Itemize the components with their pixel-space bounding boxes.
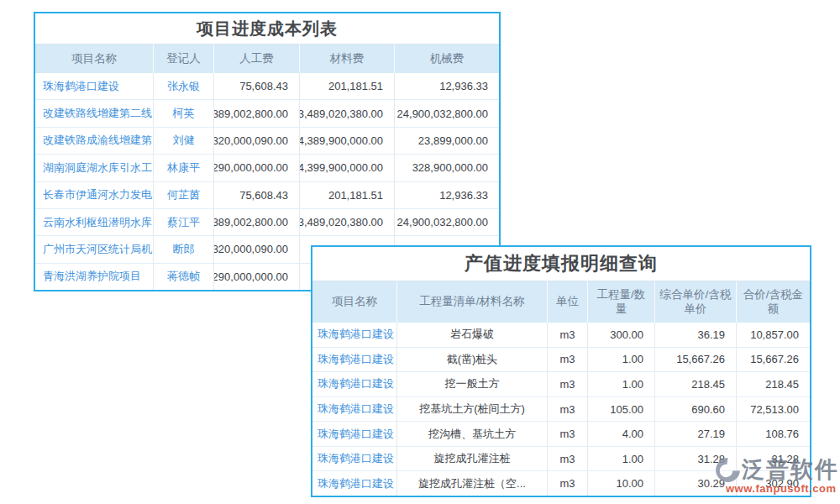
table-row[interactable]: 珠海鹤港口建设张永银75,608.43201,181.5112,936.33: [35, 73, 499, 100]
table-row[interactable]: 长春市伊通河水力发电...何芷茵75,608.43201,181.5112,93…: [35, 182, 499, 209]
cell-value: 挖一般土方: [397, 372, 548, 396]
cell-link[interactable]: 珠海鹤港口建设: [312, 323, 397, 347]
cell-link[interactable]: 珠海鹤港口建设: [312, 447, 397, 471]
cell-link[interactable]: 珠海鹤港口建设: [312, 348, 397, 372]
cell-value: 108.76: [737, 422, 810, 446]
cell-value: 690.60: [655, 397, 737, 422]
table-row[interactable]: 珠海鹤港口建设挖一般土方m31.00218.45218.45: [312, 372, 810, 397]
cell-value: 218.45: [655, 372, 737, 396]
cell-value: 旋挖成孔灌注桩（空...: [397, 471, 548, 496]
cell-link[interactable]: 蒋德帧: [154, 264, 214, 290]
cell-value: 218.45: [737, 372, 810, 396]
table-row[interactable]: 珠海鹤港口建设挖基坑土方(桩间土方)m3105.00690.6072,513.0…: [312, 397, 810, 423]
column-header: 综合单价/含税单价: [655, 281, 737, 323]
cell-value: 75,608.43: [214, 73, 300, 99]
cell-value: 4.00: [588, 422, 655, 446]
column-header: 材料费: [300, 45, 395, 73]
table-row[interactable]: 云南水利枢纽潜明水库...蔡江平389,002,800.003,489,020,…: [35, 209, 499, 236]
cell-value: m3: [548, 422, 588, 446]
cell-link[interactable]: 珠海鹤港口建设: [312, 422, 397, 446]
cell-link[interactable]: 云南水利枢纽潜明水库...: [35, 209, 154, 235]
cell-value: 1.00: [588, 372, 655, 396]
cell-value: 36.19: [655, 323, 737, 347]
cell-value: 4,389,900,000.00: [300, 128, 395, 154]
cell-value: 31.28: [737, 447, 810, 471]
column-header: 项目名称: [312, 281, 397, 323]
cell-value: 105.00: [588, 397, 655, 422]
cell-value: 旋挖成孔灌注桩: [397, 447, 548, 471]
cell-link[interactable]: 珠海鹤港口建设: [312, 372, 397, 396]
cell-link[interactable]: 张永银: [154, 73, 214, 99]
column-header: 项目名称: [35, 45, 154, 73]
cost-table-header: 项目名称登记人人工费材料费机械费: [35, 45, 499, 73]
column-header: 人工费: [214, 45, 300, 73]
output-window-title: 产值进度填报明细查询: [312, 247, 810, 281]
column-header: 单位: [548, 281, 588, 323]
cell-link[interactable]: 林康平: [154, 155, 214, 181]
cell-value: m3: [548, 323, 588, 347]
output-table-header: 项目名称工程量清单/材料名称单位工程量/数量综合单价/含税单价合价/含税金额: [312, 281, 810, 323]
cell-link[interactable]: 柯英: [154, 100, 214, 126]
table-row[interactable]: 湖南洞庭湖水库引水工...林康平4,290,000,000.004,399,90…: [35, 155, 499, 181]
cell-link[interactable]: 珠海鹤港口建设: [312, 471, 397, 496]
cell-link[interactable]: 刘健: [154, 128, 214, 154]
column-header: 合价/含税金额: [737, 281, 810, 323]
table-row[interactable]: 珠海鹤港口建设岩石爆破m3300.0036.1910,857.00: [312, 323, 810, 348]
cell-value: 挖基坑土方(桩间土方): [397, 397, 548, 422]
cell-link[interactable]: 湖南洞庭湖水库引水工...: [35, 155, 154, 181]
cell-value: 320,000,090.00: [214, 236, 300, 262]
cell-value: 389,002,800.00: [214, 209, 300, 235]
cell-link[interactable]: 断郎: [154, 236, 214, 262]
cell-value: 4,290,000,000.00: [214, 155, 300, 181]
cell-link[interactable]: 青海洪湖养护院项目: [35, 264, 154, 290]
cell-value: 10,857.00: [737, 323, 810, 347]
cell-link[interactable]: 改建铁路成渝线增建第...: [35, 128, 154, 154]
column-header: 机械费: [395, 45, 499, 73]
cell-value: 31.28: [655, 447, 737, 471]
table-row[interactable]: 珠海鹤港口建设截(凿)桩头m31.0015,667.2615,667.26: [312, 348, 810, 373]
output-value-query-window: 产值进度填报明细查询 项目名称工程量清单/材料名称单位工程量/数量综合单价/含税…: [311, 245, 811, 497]
cell-value: 4,290,000,000.00: [214, 264, 300, 290]
cell-value: 3,489,020,380.00: [300, 100, 395, 126]
cost-window-title: 项目进度成本列表: [35, 13, 499, 45]
cell-value: 15,667.26: [737, 348, 810, 372]
cell-value: m3: [548, 372, 588, 396]
cell-value: 岩石爆破: [397, 323, 548, 347]
cell-value: 1.00: [588, 348, 655, 372]
cell-link[interactable]: 广州市天河区统计局机...: [35, 236, 154, 262]
column-header: 工程量/数量: [588, 281, 655, 323]
cell-value: 4,399,900,000.00: [300, 155, 395, 181]
cell-value: 截(凿)桩头: [397, 348, 548, 372]
cell-link[interactable]: 蔡江平: [154, 209, 214, 235]
cell-value: 挖沟槽、基坑土方: [397, 422, 548, 446]
cell-value: 24,900,032,800.00: [395, 100, 499, 126]
cell-value: 320,000,090.00: [214, 128, 300, 154]
cell-value: 27.19: [655, 422, 737, 446]
table-row[interactable]: 珠海鹤港口建设旋挖成孔灌注桩m31.0031.2831.28: [312, 447, 810, 472]
cell-value: 3,489,020,380.00: [300, 209, 395, 235]
cell-link[interactable]: 何芷茵: [154, 182, 214, 208]
table-row[interactable]: 改建铁路成渝线增建第...刘健320,000,090.004,389,900,0…: [35, 128, 499, 155]
cell-value: 1.00: [588, 447, 655, 471]
cell-value: 201,181.51: [300, 73, 395, 99]
cell-value: 201,181.51: [300, 182, 395, 208]
cell-value: 302.90: [737, 471, 810, 496]
column-header: 工程量清单/材料名称: [397, 281, 548, 323]
cell-value: 300.00: [588, 323, 655, 347]
cell-value: 72,513.00: [737, 397, 810, 422]
cell-value: m3: [548, 447, 588, 471]
table-row[interactable]: 珠海鹤港口建设挖沟槽、基坑土方m34.0027.19108.76: [312, 422, 810, 447]
cell-link[interactable]: 改建铁路线增建第二线...: [35, 100, 154, 126]
cell-link[interactable]: 珠海鹤港口建设: [312, 397, 397, 422]
cell-value: 12,936.33: [395, 73, 499, 99]
cell-value: 328,900,000.00: [395, 155, 499, 181]
table-row[interactable]: 改建铁路线增建第二线...柯英389,002,800.003,489,020,3…: [35, 100, 499, 127]
cell-value: m3: [548, 348, 588, 372]
cell-value: m3: [548, 471, 588, 496]
cell-link[interactable]: 长春市伊通河水力发电...: [35, 182, 154, 208]
cell-value: 10.00: [588, 471, 655, 496]
cell-value: 389,002,800.00: [214, 100, 300, 126]
table-row[interactable]: 珠海鹤港口建设旋挖成孔灌注桩（空...m310.0030.29302.90: [312, 471, 810, 496]
cell-value: 23,899,000.00: [395, 128, 499, 154]
cell-link[interactable]: 珠海鹤港口建设: [35, 73, 154, 99]
